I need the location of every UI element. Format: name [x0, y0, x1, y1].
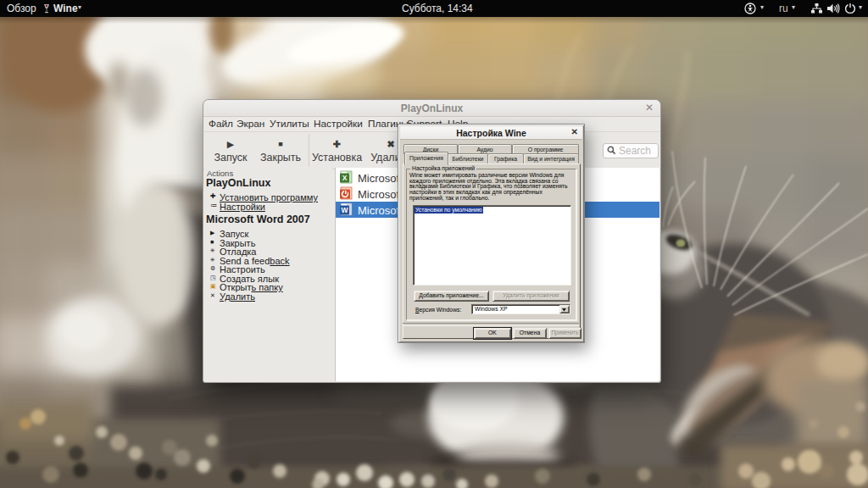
svg-text:W: W — [341, 206, 348, 214]
svg-text:X: X — [342, 174, 348, 182]
